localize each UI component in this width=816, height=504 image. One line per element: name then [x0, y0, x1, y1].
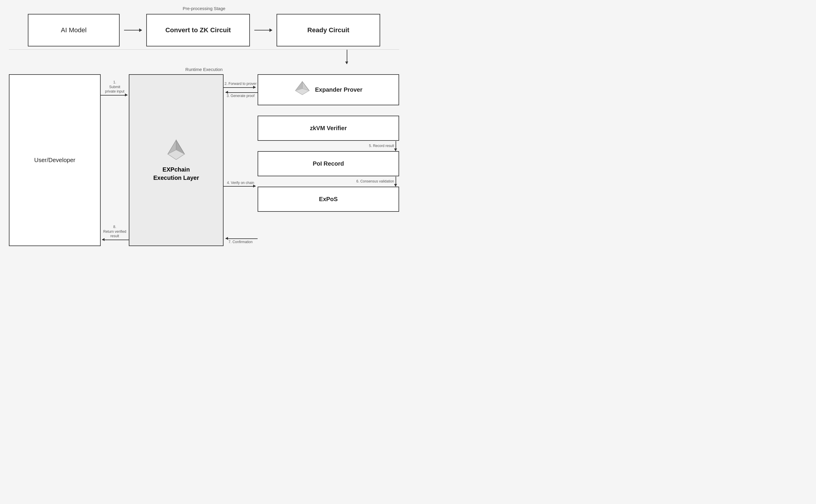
runtime-label: Runtime Execution [9, 67, 399, 72]
arrow-consensus-area: 6. Consensus validation [258, 176, 399, 187]
runtime-main-row: User/Developer 1. Submit private input 8… [9, 74, 399, 246]
arrow-genproof: 3. Generate proof [224, 92, 258, 98]
arrow-record-text: 5. Record result [369, 144, 394, 148]
arrow-line-2 [254, 30, 272, 30]
h-line-forward [224, 87, 256, 88]
arrow-return-text: 8. Return verified result [101, 225, 129, 239]
arrow-convert-to-ready [254, 30, 272, 30]
arrow-record-vline [396, 141, 396, 151]
poi-record-box: PoI Record [258, 151, 399, 176]
ready-circuit-box: Ready Circuit [277, 14, 380, 46]
left-arrow-col: 1. Submit private input 8. Return verifi… [101, 74, 129, 246]
v-arrow-1-area [258, 105, 399, 116]
convert-box: Convert to ZK Circuit [146, 14, 250, 46]
expchain-box: EXPchain Execution Layer [129, 74, 224, 246]
expander-icon [294, 81, 311, 99]
arrow-forward-text: 2. Forward to prover [224, 82, 258, 86]
arrow-confirm: 7. Confirmation [224, 238, 258, 245]
expos-box: ExPoS [258, 187, 399, 212]
preprocessing-section: Pre-processing Stage AI Model Convert to… [9, 6, 399, 50]
arrow-consensus-vline [396, 177, 396, 186]
poi-label: PoI Record [313, 160, 344, 167]
arrow-genproof-text: 3. Generate proof [224, 94, 258, 98]
arrow-submit-text: 1. Submit private input [101, 80, 129, 94]
down-arrow-ready [347, 50, 347, 64]
arrow-verify-text: 4. Verify on chain [224, 181, 258, 185]
h-line-submit [101, 95, 127, 96]
arrow-confirm-line [224, 238, 258, 239]
ai-model-box: AI Model [28, 14, 120, 46]
diagram-container: Pre-processing Stage AI Model Convert to… [0, 0, 408, 252]
expchain-label: EXPchain Execution Layer [153, 165, 199, 182]
arrow-verify: 4. Verify on chain [224, 181, 258, 187]
v-line-record [396, 141, 396, 151]
arrow-forward-line [224, 87, 258, 88]
user-developer-box: User/Developer [9, 74, 101, 246]
arrow-confirm-text: 7. Confirmation [224, 240, 258, 245]
zkvm-verifier-box: zkVM Verifier [258, 116, 399, 141]
expchain-icon [166, 139, 186, 162]
mid-arrow-col: 2. Forward to prover 3. Generate proof [224, 74, 258, 246]
v-line-consensus [396, 177, 396, 186]
zkvm-label: zkVM Verifier [310, 125, 347, 132]
h-line-verify [224, 186, 256, 187]
down-arrow-section [9, 50, 399, 64]
arrow-return-line [102, 240, 129, 240]
arrow-record-area: 5. Record result [258, 141, 399, 151]
arrow-ai-to-convert [124, 30, 142, 30]
h-line-return [102, 240, 129, 240]
expander-prover-box: Expander Prover [258, 74, 399, 105]
arrow-consensus-text: 6. Consensus validation [357, 179, 394, 184]
preprocessing-label: Pre-processing Stage [183, 6, 225, 11]
arrow-submit: 1. Submit private input [101, 80, 129, 96]
down-line-ready [347, 50, 347, 64]
runtime-section: Runtime Execution User/Developer 1. Subm… [9, 64, 399, 246]
h-line-genproof [226, 92, 258, 93]
spacer-mid [224, 98, 258, 181]
right-column: Expander Prover zkVM Verifier 5. Record … [258, 74, 399, 246]
arrow-forward: 2. Forward to prover [224, 82, 258, 88]
arrow-genproof-line [224, 92, 258, 93]
arrow-line-1 [124, 30, 142, 30]
arrow-return: 8. Return verified result [101, 225, 129, 240]
arrow-submit-line [101, 95, 129, 96]
preprocessing-row: AI Model Convert to ZK Circuit Ready Cir… [9, 14, 399, 46]
arrow-verify-line [224, 186, 258, 187]
expos-label: ExPoS [319, 196, 338, 203]
h-line-confirm [226, 238, 258, 239]
expander-label: Expander Prover [315, 86, 362, 93]
